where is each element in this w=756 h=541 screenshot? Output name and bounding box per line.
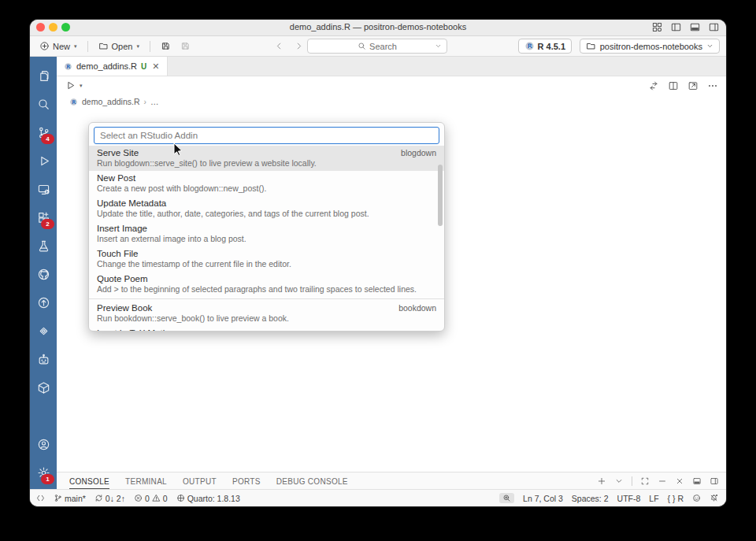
more-actions-icon[interactable] (707, 80, 718, 91)
search-icon (358, 42, 366, 50)
status-language-mode[interactable]: { } R (668, 494, 684, 503)
addin-item-new-post[interactable]: New PostCreate a new post with blogdown:… (89, 171, 444, 196)
activity-item-search[interactable] (30, 90, 57, 118)
close-tab-icon[interactable]: ✕ (152, 61, 159, 72)
activity-item-source-control[interactable]: 4 (30, 118, 57, 146)
open-button[interactable]: Open ▾ (95, 39, 143, 53)
activity-item-packages[interactable] (30, 373, 57, 402)
svg-text:R: R (527, 43, 532, 50)
addin-item-preview-book[interactable]: Preview BookbookdownRun bookdown::serve_… (89, 301, 444, 326)
activity-item-account[interactable] (30, 430, 57, 458)
new-label: New (53, 42, 70, 51)
global-search-input[interactable]: Search (307, 39, 447, 54)
zoomplus-icon (502, 494, 511, 502)
addin-label: Input LaTeX Math (97, 328, 168, 332)
addin-item-input-latex-math[interactable]: Input LaTeX Math (89, 326, 444, 332)
belldnd-icon (710, 494, 718, 502)
status-encoding[interactable]: UTF-8 (617, 494, 641, 503)
save-button[interactable] (158, 39, 174, 53)
top-action-bar: New ▾ Open ▾ (30, 36, 726, 57)
new-button[interactable]: New ▾ (36, 39, 80, 53)
addin-filter-input[interactable] (94, 127, 439, 144)
status-eol[interactable]: LF (649, 494, 658, 503)
activity-item-testing[interactable] (30, 232, 57, 260)
r-version-label: R 4.5.1 (538, 42, 565, 51)
chevron-down-icon (706, 43, 713, 50)
minimize-icon[interactable] (658, 476, 667, 486)
panel-tab-debug-console[interactable]: DEBUG CONSOLE (276, 474, 348, 489)
status-quarto-version[interactable]: Quarto: 1.8.13 (176, 494, 240, 503)
session-icon (37, 183, 50, 196)
workspace-button[interactable]: positron-demos-notebooks (580, 39, 720, 54)
panel-tab-terminal[interactable]: TERMINAL (125, 474, 167, 489)
robot-icon (37, 353, 50, 366)
panel-tab-ports[interactable]: PORTS (232, 474, 261, 489)
status-problems[interactable]: 00 (134, 494, 168, 503)
workspace-label: positron-demos-notebooks (600, 42, 702, 51)
panel-tab-console[interactable]: CONSOLE (69, 474, 109, 489)
search-placeholder: Search (369, 42, 397, 51)
interpreter-button[interactable]: R R 4.5.1 (518, 39, 572, 54)
maximize-icon[interactable] (640, 476, 650, 486)
status-git-sync[interactable]: 0↓ 2↑ (94, 494, 125, 503)
split-editor-icon[interactable] (668, 80, 679, 91)
addin-item-serve-site[interactable]: Serve SiteblogdownRun blogdown::serve_si… (89, 146, 444, 171)
panel-bottom-icon[interactable] (692, 476, 702, 486)
app-window: demo_addins.R — positron-demos-notebooks… (30, 20, 726, 506)
forward-button[interactable] (294, 41, 304, 51)
sync-document-icon[interactable] (648, 80, 659, 91)
github-icon (37, 268, 50, 281)
chev-down-icon[interactable] (614, 476, 624, 486)
activity-item-github[interactable] (30, 260, 57, 288)
activity-item-extensions[interactable]: 2 (30, 203, 57, 232)
save-all-button[interactable] (177, 39, 194, 53)
addin-item-quote-poem[interactable]: Quote PoemAdd > to the beginning of sele… (89, 272, 444, 297)
editor-action-bar: ▾ (57, 76, 726, 94)
split-editor-layout-icon[interactable] (670, 21, 682, 33)
beaker-icon (37, 239, 50, 253)
breadcrumb[interactable]: R demo_addins.R › … (57, 94, 726, 109)
svg-text:R: R (72, 98, 76, 105)
addin-description: Update the title, author, date, categori… (97, 209, 436, 218)
activity-item-settings[interactable]: 1 (30, 458, 57, 487)
activity-item-run-debug[interactable] (30, 146, 57, 175)
customize-layout-icon[interactable] (651, 21, 663, 33)
chevron-down-icon (435, 43, 442, 50)
addin-item-update-metadata[interactable]: Update MetadataUpdate the title, author,… (89, 196, 444, 221)
status-feedback[interactable] (692, 494, 701, 502)
activity-item-assistant[interactable] (30, 345, 57, 373)
quickpick-scrollbar[interactable] (438, 165, 443, 226)
toggle-secondary-sidebar-icon[interactable] (708, 21, 720, 33)
branch-icon (54, 494, 62, 502)
title-bar: demo_addins.R — positron-demos-notebooks (30, 20, 726, 36)
run-file-button[interactable]: ▾ (65, 80, 83, 91)
badge: 2 (41, 219, 54, 229)
addin-item-touch-file[interactable]: Touch FileChange the timestamp of the cu… (89, 246, 444, 272)
addin-label: New Post (97, 173, 135, 183)
tab-demo-addins[interactable]: R demo_addins.R U ✕ (57, 57, 168, 76)
panel-right-icon[interactable] (710, 476, 719, 486)
activity-item-sessions[interactable] (30, 175, 57, 203)
addin-item-insert-image[interactable]: Insert ImageInsert an external image int… (89, 221, 444, 246)
panel-tab-output[interactable]: OUTPUT (183, 474, 217, 489)
close-icon[interactable] (675, 476, 684, 486)
activity-item-explorer[interactable] (30, 61, 57, 90)
open-in-window-icon[interactable] (687, 80, 699, 91)
status-notifications[interactable] (710, 494, 718, 502)
activity-item-connections[interactable] (30, 317, 57, 345)
status-git-branch[interactable]: main* (54, 494, 86, 503)
status-cursor-position[interactable]: Ln 7, Col 3 (523, 494, 563, 503)
plus-icon[interactable] (597, 476, 606, 486)
git-status-badge: U (141, 62, 146, 71)
search-icon (37, 98, 50, 111)
window-title: demo_addins.R — positron-demos-notebooks (30, 22, 726, 31)
activity-item-publish[interactable] (30, 288, 57, 317)
back-button[interactable] (274, 41, 284, 51)
toggle-panel-icon[interactable] (689, 21, 701, 33)
status-indentation[interactable]: Spaces: 2 (572, 494, 609, 503)
status-zoom-control[interactable] (499, 493, 514, 503)
addin-description: Run blogdown::serve_site() to live previ… (97, 158, 436, 168)
layers-icon (37, 324, 50, 338)
status-remote-indicator[interactable] (36, 494, 45, 502)
r-file-icon: R (69, 98, 78, 106)
